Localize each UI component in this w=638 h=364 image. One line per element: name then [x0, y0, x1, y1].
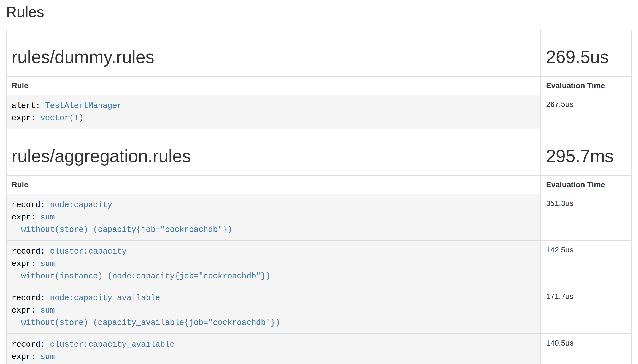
column-header-row: RuleEvaluation Time — [6, 175, 632, 194]
code-key: record: — [12, 294, 50, 303]
rule-code: record: node:capacity_available expr: su… — [12, 292, 536, 329]
expr-link[interactable]: sum — [40, 352, 55, 362]
code-key: record: — [12, 200, 50, 210]
rule-row: record: cluster:capacity_available expr:… — [6, 334, 632, 364]
rule-column-header: Rule — [6, 175, 541, 194]
group-file-cell: rules/dummy.rules — [6, 30, 541, 76]
rules-page: Rules rules/dummy.rules269.5usRuleEvalua… — [6, 3, 632, 364]
code-key: expr: — [12, 114, 40, 123]
column-header-row: RuleEvaluation Time — [6, 76, 632, 95]
rule-code: alert: TestAlertManager expr: vector(1) — [12, 100, 536, 124]
expr-link[interactable]: vector(1) — [40, 114, 83, 123]
group-file: rules/aggregation.rules — [12, 146, 536, 166]
eval-time-cell: 171.7us — [541, 287, 632, 334]
expr-link[interactable]: sum — [40, 213, 55, 222]
code-key: expr: — [12, 352, 40, 362]
rule-cell: record: node:capacity_available expr: su… — [6, 287, 541, 334]
page-title: Rules — [6, 3, 632, 20]
expr-link[interactable]: sum — [40, 259, 55, 268]
eval-time-cell: 267.5us — [541, 95, 632, 129]
group-eval-time-cell: 269.5us — [541, 30, 632, 76]
rules-table: rules/dummy.rules269.5usRuleEvaluation T… — [6, 30, 632, 364]
group-file-cell: rules/aggregation.rules — [6, 129, 541, 175]
eval-time-column-header: Evaluation Time — [541, 175, 632, 194]
expr-link[interactable]: without(store) (capacity_available{job="… — [12, 318, 280, 327]
rule-row: alert: TestAlertManager expr: vector(1)2… — [6, 95, 632, 129]
code-key: record: — [12, 247, 50, 256]
group-eval-time: 295.7ms — [546, 146, 626, 166]
rule-cell: alert: TestAlertManager expr: vector(1) — [6, 95, 541, 129]
code-key: record: — [12, 340, 50, 349]
group-file: rules/dummy.rules — [12, 47, 536, 67]
alert-name-link[interactable]: TestAlertManager — [45, 101, 122, 110]
rule-row: record: node:capacity expr: sum without(… — [6, 194, 632, 241]
expr-link[interactable]: without(instance) (node:capacity{job="co… — [12, 272, 271, 281]
rule-code: record: node:capacity expr: sum without(… — [12, 199, 536, 236]
code-key: expr: — [12, 259, 40, 268]
record-name-link[interactable]: node:capacity — [50, 200, 112, 210]
rule-column-header: Rule — [6, 76, 541, 95]
group-heading-row: rules/dummy.rules269.5us — [6, 30, 632, 76]
rule-code: record: cluster:capacity expr: sum witho… — [12, 245, 536, 282]
eval-time-column-header: Evaluation Time — [541, 76, 632, 95]
record-name-link[interactable]: cluster:capacity — [50, 247, 126, 256]
expr-link[interactable]: without(store) (capacity{job="cockroachd… — [12, 225, 232, 234]
record-name-link[interactable]: node:capacity_available — [50, 294, 160, 303]
rule-cell: record: cluster:capacity_available expr:… — [6, 334, 541, 364]
group-eval-time: 269.5us — [546, 47, 626, 67]
eval-time-cell: 351.3us — [541, 194, 632, 241]
rule-cell: record: node:capacity expr: sum without(… — [6, 194, 541, 241]
eval-time-cell: 142.5us — [541, 241, 632, 287]
code-key: expr: — [12, 306, 40, 315]
record-name-link[interactable]: cluster:capacity_available — [50, 340, 174, 349]
code-key: expr: — [12, 213, 40, 222]
group-heading-row: rules/aggregation.rules295.7ms — [6, 129, 632, 175]
expr-link[interactable]: sum — [40, 306, 55, 315]
rule-code: record: cluster:capacity_available expr:… — [12, 338, 536, 364]
rule-cell: record: cluster:capacity expr: sum witho… — [6, 241, 541, 287]
rule-row: record: cluster:capacity expr: sum witho… — [6, 241, 632, 287]
group-eval-time-cell: 295.7ms — [541, 129, 632, 175]
code-key: alert: — [12, 101, 45, 110]
rule-row: record: node:capacity_available expr: su… — [6, 287, 632, 334]
eval-time-cell: 140.5us — [541, 334, 632, 364]
